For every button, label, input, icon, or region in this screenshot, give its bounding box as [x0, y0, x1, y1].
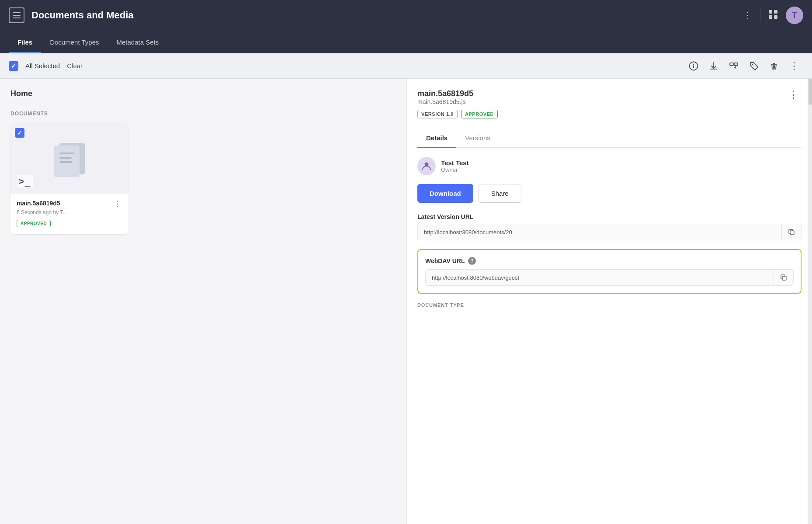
webdav-url-text: http://localhost:8080/webdav/guest: [426, 270, 774, 285]
user-avatar[interactable]: T: [786, 7, 803, 24]
svg-rect-8: [693, 65, 694, 68]
file-card-badge: APPROVED: [17, 220, 51, 227]
latest-version-url-section: Latest Version URL http://localhost:8080…: [417, 213, 802, 240]
webdav-url-section: WebDAV URL ? http://localhost:8080/webda…: [417, 249, 802, 294]
file-card-menu-btn[interactable]: ⋮: [113, 200, 122, 208]
svg-rect-3: [769, 10, 772, 14]
documents-section-label: DOCUMENTS: [10, 111, 396, 117]
doc-type-label: DOCUMENT TYPE: [417, 302, 802, 308]
svg-rect-20: [782, 276, 786, 280]
grid-apps-btn[interactable]: [766, 7, 781, 24]
svg-rect-6: [774, 15, 777, 19]
file-card-preview: >_: [10, 124, 128, 194]
version-badge: VERSION 1.0: [417, 110, 458, 118]
tab-files[interactable]: Files: [9, 33, 41, 53]
copy-latest-version-url-btn[interactable]: [781, 224, 801, 240]
approved-badge: APPROVED: [461, 110, 498, 118]
move-btn[interactable]: [725, 58, 743, 74]
latest-version-url-text: http://localhost:8080/documents/20: [418, 225, 781, 240]
svg-rect-4: [774, 10, 777, 14]
download-btn[interactable]: [704, 58, 723, 74]
file-card-meta: 6 Seconds ago by T...: [17, 209, 122, 215]
tab-document-types[interactable]: Document Types: [41, 33, 108, 53]
left-panel: Home DOCUMENTS >_: [0, 79, 406, 524]
svg-rect-16: [59, 157, 72, 159]
scroll-thumb: [809, 79, 812, 105]
header-more-icon: ⋮: [743, 10, 752, 21]
header-actions: ⋮ T: [741, 7, 803, 24]
svg-rect-0: [13, 12, 21, 13]
right-panel: main.5a6819d5 main.5a6819d5.js VERSION 1…: [406, 79, 812, 524]
owner-info: Test Test Owner: [441, 159, 469, 173]
file-card-checkbox[interactable]: [15, 128, 24, 138]
action-btns-row: Download Share: [417, 184, 802, 203]
selection-toolbar: All Selected Clear: [0, 53, 812, 79]
file-preview-icon: [45, 137, 94, 180]
share-file-btn[interactable]: Share: [479, 184, 521, 203]
file-card: >_ main.5a6819d5 ⋮ 6 Seconds ago by T...…: [10, 124, 128, 234]
badges-row: VERSION 1.0 APPROVED: [417, 110, 498, 118]
clear-selection-btn[interactable]: Clear: [67, 62, 83, 69]
tab-versions[interactable]: Versions: [456, 130, 499, 148]
scroll-indicator[interactable]: [808, 79, 812, 524]
svg-rect-11: [734, 63, 738, 66]
svg-rect-5: [769, 15, 772, 19]
latest-version-url-label: Latest Version URL: [417, 213, 802, 220]
svg-rect-2: [13, 17, 21, 18]
doc-filename: main.5a6819d5.js: [417, 98, 498, 105]
svg-rect-10: [730, 63, 733, 66]
app-title: Documents and Media: [31, 10, 734, 21]
webdav-url-field: http://localhost:8080/webdav/guest: [425, 269, 794, 286]
owner-row: Test Test Owner: [417, 157, 802, 175]
file-card-name: main.5a6819d5: [17, 200, 60, 207]
file-card-info: main.5a6819d5 ⋮ 6 Seconds ago by T... AP…: [10, 194, 128, 234]
svg-point-12: [752, 64, 753, 65]
top-header: Documents and Media ⋮ T: [0, 0, 812, 31]
toolbar-more-btn[interactable]: ⋮: [785, 58, 803, 74]
svg-point-9: [693, 63, 694, 64]
webdav-label-row: WebDAV URL ?: [425, 257, 794, 265]
header-divider: [760, 9, 760, 22]
tabs-bar: Files Document Types Metadata Sets: [0, 31, 812, 53]
file-card-name-row: main.5a6819d5 ⋮: [17, 200, 122, 208]
file-script-icon: >_: [17, 175, 33, 187]
tab-metadata-sets[interactable]: Metadata Sets: [108, 33, 167, 53]
detail-tabs: Details Versions: [417, 130, 802, 148]
doc-title: main.5a6819d5: [417, 89, 498, 98]
right-panel-more-btn[interactable]: ⋮: [785, 87, 802, 102]
toolbar-more-icon: ⋮: [789, 61, 799, 71]
webdav-help-icon[interactable]: ?: [468, 257, 476, 265]
svg-rect-1: [13, 15, 21, 16]
select-all-checkbox[interactable]: [9, 61, 18, 71]
right-panel-more-icon: ⋮: [788, 89, 798, 101]
latest-version-url-field: http://localhost:8080/documents/20: [417, 224, 802, 240]
right-panel-title-area: main.5a6819d5 main.5a6819d5.js VERSION 1…: [417, 89, 498, 127]
toolbar-actions: ⋮: [684, 58, 803, 74]
webdav-url-label: WebDAV URL: [425, 257, 465, 264]
breadcrumb-home[interactable]: Home: [10, 89, 396, 98]
owner-avatar: [417, 157, 436, 175]
owner-role: Owner: [441, 167, 469, 173]
tag-btn[interactable]: [745, 58, 763, 74]
right-panel-header: main.5a6819d5 main.5a6819d5.js VERSION 1…: [417, 89, 802, 127]
sidebar-toggle-btn[interactable]: [9, 7, 24, 23]
all-selected-label: All Selected: [25, 62, 60, 69]
download-file-btn[interactable]: Download: [417, 184, 473, 203]
owner-name: Test Test: [441, 159, 469, 167]
main-content: Home DOCUMENTS >_: [0, 79, 812, 524]
delete-btn[interactable]: [765, 58, 783, 74]
copy-webdav-url-btn[interactable]: [774, 270, 793, 285]
svg-rect-19: [790, 231, 794, 235]
tab-details[interactable]: Details: [417, 130, 456, 148]
info-btn[interactable]: [684, 58, 703, 74]
svg-rect-15: [59, 153, 74, 154]
header-more-btn[interactable]: ⋮: [741, 7, 755, 23]
svg-rect-17: [59, 161, 73, 163]
